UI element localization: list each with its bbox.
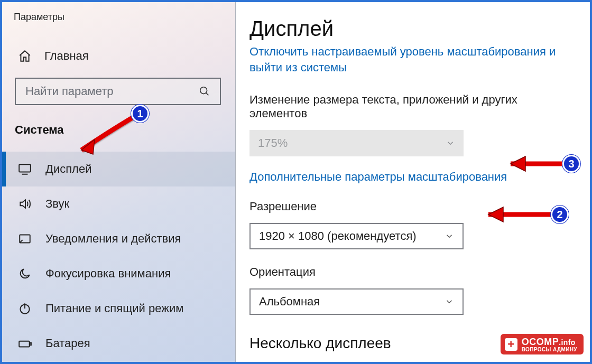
search-input[interactable] [15, 78, 221, 105]
scale-value: 175% [258, 136, 288, 150]
page-title: Дисплей [249, 17, 569, 41]
resolution-label: Разрешение [249, 200, 569, 213]
scale-select: 175% [249, 130, 464, 156]
nav-item-label: Питание и спящий режим [45, 302, 183, 315]
chevron-down-icon [445, 297, 454, 306]
orientation-value: Альбомная [259, 295, 320, 309]
plus-icon: + [505, 338, 517, 351]
sidebar-item-home[interactable]: Главная [2, 23, 235, 78]
svg-rect-7 [19, 341, 29, 347]
home-label: Главная [44, 49, 89, 63]
power-icon [18, 302, 32, 315]
home-icon [18, 49, 32, 63]
notifications-icon [18, 232, 32, 246]
scale-label: Изменение размера текста, приложений и д… [249, 93, 569, 120]
monitor-icon [18, 162, 32, 176]
main: Дисплей Отключить настраиваемый уровень … [236, 2, 590, 362]
svg-rect-8 [30, 343, 31, 345]
svg-rect-2 [19, 164, 31, 172]
nav-item-display[interactable]: Дисплей [2, 152, 235, 186]
nav-item-battery[interactable]: Батарея [2, 326, 235, 361]
search-input-field[interactable] [25, 85, 195, 98]
search-icon [199, 86, 210, 97]
svg-point-0 [200, 87, 207, 94]
window-title: Параметры [2, 2, 235, 23]
resolution-select[interactable]: 1920 × 1080 (рекомендуется) [249, 223, 464, 249]
watermark-big: OCOMP [522, 337, 559, 347]
resolution-value: 1920 × 1080 (рекомендуется) [259, 229, 417, 243]
speaker-icon [18, 197, 32, 211]
sidebar: Параметры Главная [2, 2, 236, 362]
nav-item-power[interactable]: Питание и спящий режим [2, 291, 235, 326]
nav-item-label: Уведомления и действия [45, 232, 181, 246]
signout-link[interactable]: Отключить настраиваемый уровень масштаби… [249, 44, 567, 75]
nav-item-label: Фокусировка внимания [45, 267, 171, 281]
nav-item-label: Дисплей [45, 162, 91, 176]
chevron-down-icon [446, 138, 455, 148]
battery-icon [18, 337, 32, 350]
advanced-scaling-link[interactable]: Дополнительные параметры масштабирования [249, 170, 507, 184]
nav-item-sound[interactable]: Звук [2, 186, 235, 221]
svg-line-1 [206, 93, 209, 96]
moon-icon [18, 267, 32, 281]
nav-item-label: Батарея [45, 337, 90, 350]
nav-item-notifications[interactable]: Уведомления и действия [2, 221, 235, 256]
orientation-select[interactable]: Альбомная [249, 288, 464, 315]
chevron-down-icon [445, 231, 454, 241]
nav-item-label: Звук [45, 197, 69, 211]
nav: Дисплей Звук Уве [2, 142, 235, 361]
watermark-small: ВОПРОСЫ АДМИНУ [522, 347, 577, 353]
orientation-label: Ориентация [249, 265, 569, 279]
category-title: Система [2, 105, 235, 142]
watermark-suffix: .info [559, 338, 576, 347]
watermark: + OCOMP.info ВОПРОСЫ АДМИНУ [501, 334, 584, 354]
nav-item-focus[interactable]: Фокусировка внимания [2, 256, 235, 291]
